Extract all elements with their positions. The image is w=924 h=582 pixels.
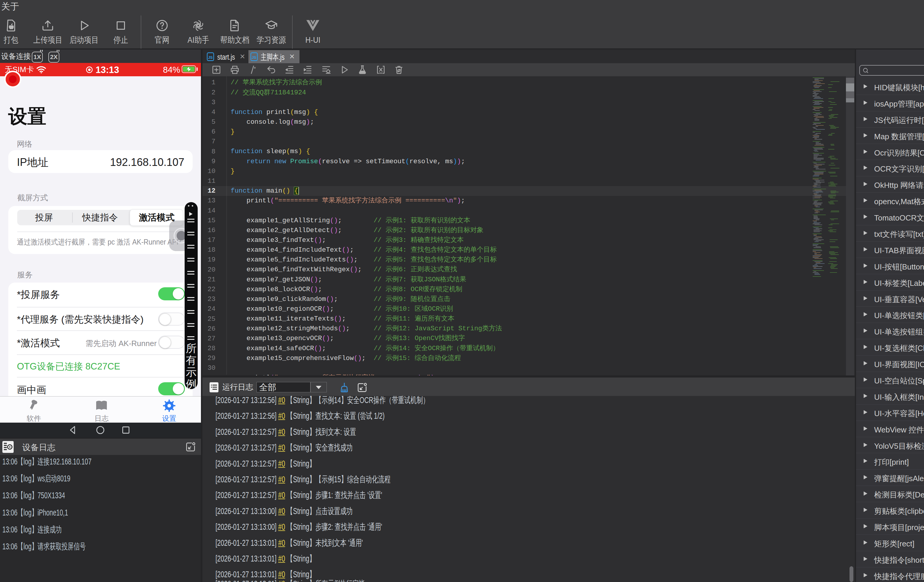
svg-text:JS: JS [252,56,256,59]
svg-text:*: * [254,66,256,72]
svg-text:JS: JS [208,56,213,59]
